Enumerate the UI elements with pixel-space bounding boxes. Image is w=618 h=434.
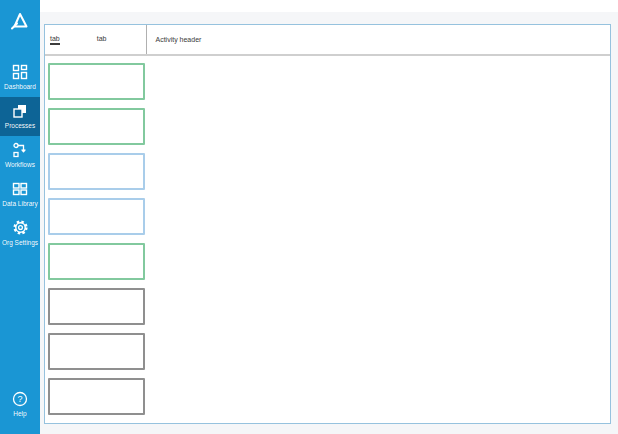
sidebar-item-label: Org Settings: [2, 239, 38, 247]
workflows-icon: [12, 141, 29, 158]
data-library-icon: [12, 180, 29, 197]
sidebar-item-org-settings[interactable]: Org Settings: [0, 214, 40, 253]
sidebar-item-label: Dashboard: [4, 83, 36, 91]
activity-header: Activity header: [155, 25, 201, 54]
sidebar-item-label: Workflows: [5, 161, 35, 169]
sidebar: Dashboard Processes Workflows: [0, 0, 40, 434]
app-logo[interactable]: [0, 0, 40, 40]
svg-text:?: ?: [17, 394, 22, 404]
activity-panel: tab tab Activity header: [44, 24, 611, 424]
tab-label: tab: [50, 35, 60, 45]
tab-label: tab: [97, 35, 107, 45]
sidebar-item-workflows[interactable]: Workflows: [0, 136, 40, 175]
process-card[interactable]: [48, 243, 145, 280]
process-card[interactable]: [48, 108, 145, 145]
dashboard-icon: [12, 63, 29, 80]
sidebar-item-dashboard[interactable]: Dashboard: [0, 58, 40, 97]
panel-header: tab tab Activity header: [45, 25, 610, 56]
process-card[interactable]: [48, 288, 145, 325]
sidebar-item-label: Processes: [5, 122, 35, 130]
processes-icon: [12, 102, 29, 119]
sidebar-item-label: Data Library: [2, 200, 37, 208]
help-icon: ?: [12, 390, 29, 407]
main-area: tab tab Activity header: [40, 0, 618, 434]
process-card[interactable]: [48, 198, 145, 235]
top-bar: [40, 0, 618, 12]
card-list: [48, 63, 145, 423]
header-divider: [146, 25, 147, 54]
sidebar-item-label: Help: [13, 410, 26, 418]
process-card[interactable]: [48, 153, 145, 190]
sidebar-item-help[interactable]: ? Help: [0, 385, 40, 424]
tab-1[interactable]: tab: [50, 25, 60, 54]
workspace: tab tab Activity header: [40, 12, 618, 434]
process-card[interactable]: [48, 378, 145, 415]
app-window: Dashboard Processes Workflows: [0, 0, 618, 434]
sidebar-item-data-library[interactable]: Data Library: [0, 175, 40, 214]
process-card[interactable]: [48, 333, 145, 370]
tab-2[interactable]: tab: [97, 25, 107, 54]
panel-body: [45, 56, 610, 423]
process-card[interactable]: [48, 63, 145, 100]
sidebar-item-processes[interactable]: Processes: [0, 97, 40, 136]
org-settings-icon: [12, 219, 29, 236]
app-logo-icon: [8, 8, 32, 32]
